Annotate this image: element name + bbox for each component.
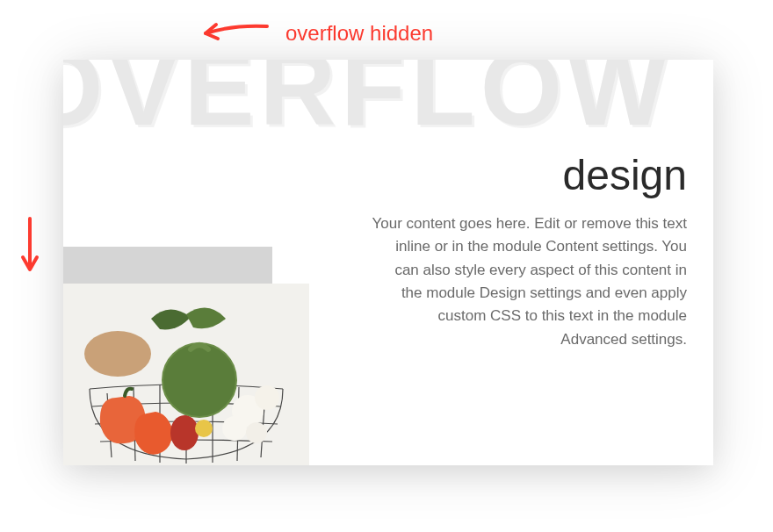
body-copy: Your content goes here. Edit or remove t… (371, 212, 687, 351)
gray-accent-block (63, 247, 272, 284)
overflow-watermark: OVERFLOW (63, 60, 672, 140)
svg-point-6 (255, 385, 279, 410)
arrow-left-icon (199, 19, 269, 44)
annotation-label: overflow hidden (285, 21, 433, 46)
produce-photo (63, 284, 309, 465)
svg-point-1 (84, 331, 151, 377)
content-card: OVERFLOW design Your content goes here. … (63, 60, 713, 465)
arrow-down-icon (18, 215, 42, 277)
svg-point-9 (195, 420, 213, 437)
svg-point-8 (246, 422, 267, 443)
svg-point-4 (170, 415, 199, 450)
svg-point-7 (222, 416, 247, 441)
section-heading: design (563, 151, 687, 199)
